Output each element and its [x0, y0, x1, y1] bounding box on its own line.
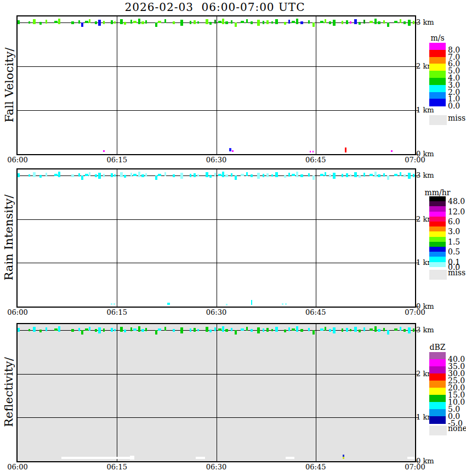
band-mark	[231, 20, 232, 24]
band-mark	[39, 175, 42, 178]
band-mark	[308, 173, 310, 177]
band-mark	[235, 330, 237, 335]
band-mark	[354, 19, 357, 24]
band-mark	[130, 173, 132, 177]
colorbar-segment	[429, 71, 446, 78]
band-mark	[78, 173, 80, 177]
x-tick-label: 06:00	[7, 308, 27, 316]
band-mark	[81, 330, 83, 335]
band-mark	[342, 21, 343, 24]
band-mark	[308, 328, 310, 331]
band-mark	[194, 328, 196, 332]
band-mark	[246, 327, 248, 331]
band-mark	[225, 329, 228, 332]
x-tick-label: 06:30	[206, 156, 226, 164]
band-mark	[130, 327, 132, 331]
band-mark	[329, 329, 331, 332]
band-mark	[173, 329, 175, 332]
panel-y-axis-label: Rain Intensity/	[2, 168, 15, 307]
band-mark	[197, 329, 199, 331]
band-mark	[292, 328, 295, 331]
band-mark	[114, 329, 116, 331]
band-mark	[78, 20, 80, 24]
near-surface-mark	[312, 151, 314, 152]
band-mark	[308, 20, 310, 24]
band-mark	[120, 327, 123, 332]
band-mark	[133, 21, 137, 23]
band-mark	[141, 21, 144, 24]
band-mark	[271, 329, 273, 331]
band-mark	[235, 22, 237, 27]
band-mark	[284, 22, 286, 25]
band-mark	[89, 172, 90, 176]
band-mark	[404, 174, 406, 177]
colorbar-segment	[429, 388, 446, 395]
colorbar-segment	[429, 92, 446, 99]
band-mark	[408, 20, 411, 26]
band-mark	[194, 173, 196, 177]
band-mark	[120, 172, 123, 177]
band-mark	[266, 20, 269, 24]
band-mark	[81, 175, 83, 180]
band-mark	[387, 330, 389, 335]
x-tick-label: 06:30	[206, 463, 226, 471]
x-tick-label: 06:45	[305, 463, 326, 471]
band-mark	[292, 174, 295, 176]
band-mark	[231, 173, 232, 177]
band-mark	[114, 21, 116, 24]
x-tick-label: 06:45	[305, 156, 326, 164]
band-mark	[387, 175, 389, 180]
band-mark	[251, 174, 253, 177]
band-mark	[209, 175, 212, 178]
x-tick-label: 06:15	[107, 308, 127, 316]
band-mark	[58, 19, 60, 24]
near-surface-mark	[113, 303, 115, 305]
band-mark	[400, 172, 401, 176]
band-mark	[29, 329, 30, 331]
band-mark	[141, 174, 144, 177]
near-surface-mark	[229, 148, 231, 151]
panel-y-axis-label: Reflectivity/	[2, 322, 15, 462]
radar-quicklook-chart: 2026-02-03 06:00-07:00 UTC 06:0006:1506:…	[0, 0, 466, 476]
km-tick	[416, 374, 419, 375]
band-mark	[266, 328, 269, 332]
band-mark	[383, 328, 385, 331]
band-mark	[246, 172, 248, 176]
band-mark	[284, 330, 286, 332]
colorbar-segment	[429, 99, 446, 106]
band-mark	[98, 20, 101, 26]
colorbar-segment	[429, 395, 446, 403]
colorbar-segment	[429, 416, 446, 424]
band-mark	[138, 19, 140, 24]
band-mark	[241, 174, 244, 176]
near-surface-mark	[111, 303, 112, 305]
band-mark	[54, 21, 58, 23]
band-mark	[54, 174, 58, 176]
band-mark	[222, 19, 224, 24]
band-mark	[71, 21, 74, 24]
near-surface-mark	[345, 148, 346, 152]
colorbar-segment	[429, 381, 446, 388]
band-mark	[138, 172, 140, 177]
band-mark	[29, 21, 30, 24]
band-mark	[218, 174, 221, 176]
colorbar-missing-swatch	[429, 115, 447, 125]
band-mark	[383, 20, 385, 24]
plot-panel-rain-intensity	[16, 168, 416, 308]
colorbar-segment	[429, 64, 446, 71]
band-mark	[363, 327, 365, 331]
band-mark	[33, 19, 36, 24]
km-tick	[416, 263, 419, 263]
band-mark	[408, 327, 411, 333]
colorbar-segment	[429, 78, 446, 85]
band-mark	[141, 329, 144, 332]
band-mark	[346, 173, 348, 177]
colorbar-tick-label: 6.0	[448, 217, 460, 226]
band-mark	[173, 174, 175, 177]
band-mark	[155, 175, 157, 180]
band-mark	[288, 327, 290, 331]
band-mark	[18, 328, 20, 332]
band-mark	[85, 328, 88, 331]
band-mark	[241, 328, 244, 331]
x-tick-label: 06:30	[206, 308, 226, 316]
